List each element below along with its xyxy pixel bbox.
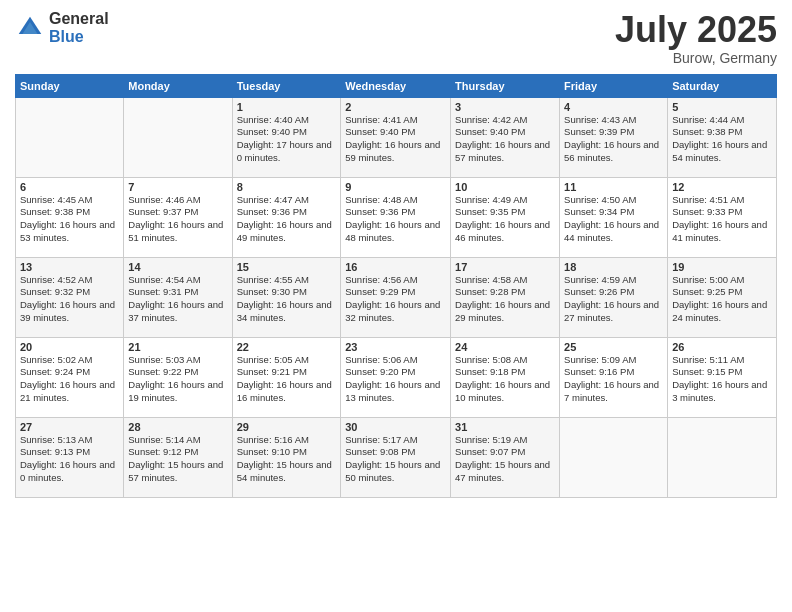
calendar-week-2: 6Sunrise: 4:45 AM Sunset: 9:38 PM Daylig… bbox=[16, 177, 777, 257]
title-block: July 2025 Burow, Germany bbox=[615, 10, 777, 66]
day-number: 5 bbox=[672, 101, 772, 113]
calendar-cell: 3Sunrise: 4:42 AM Sunset: 9:40 PM Daylig… bbox=[451, 97, 560, 177]
calendar-cell: 30Sunrise: 5:17 AM Sunset: 9:08 PM Dayli… bbox=[341, 417, 451, 497]
weekday-header-saturday: Saturday bbox=[668, 74, 777, 97]
day-info: Sunrise: 4:41 AM Sunset: 9:40 PM Dayligh… bbox=[345, 114, 446, 165]
weekday-header-friday: Friday bbox=[560, 74, 668, 97]
calendar-cell: 10Sunrise: 4:49 AM Sunset: 9:35 PM Dayli… bbox=[451, 177, 560, 257]
calendar-cell: 23Sunrise: 5:06 AM Sunset: 9:20 PM Dayli… bbox=[341, 337, 451, 417]
day-info: Sunrise: 4:48 AM Sunset: 9:36 PM Dayligh… bbox=[345, 194, 446, 245]
calendar-cell: 2Sunrise: 4:41 AM Sunset: 9:40 PM Daylig… bbox=[341, 97, 451, 177]
calendar-cell: 19Sunrise: 5:00 AM Sunset: 9:25 PM Dayli… bbox=[668, 257, 777, 337]
day-number: 19 bbox=[672, 261, 772, 273]
day-info: Sunrise: 4:46 AM Sunset: 9:37 PM Dayligh… bbox=[128, 194, 227, 245]
day-info: Sunrise: 5:13 AM Sunset: 9:13 PM Dayligh… bbox=[20, 434, 119, 485]
day-info: Sunrise: 4:50 AM Sunset: 9:34 PM Dayligh… bbox=[564, 194, 663, 245]
calendar-cell: 22Sunrise: 5:05 AM Sunset: 9:21 PM Dayli… bbox=[232, 337, 341, 417]
day-number: 16 bbox=[345, 261, 446, 273]
calendar-location: Burow, Germany bbox=[615, 50, 777, 66]
calendar-cell: 24Sunrise: 5:08 AM Sunset: 9:18 PM Dayli… bbox=[451, 337, 560, 417]
calendar-cell: 1Sunrise: 4:40 AM Sunset: 9:40 PM Daylig… bbox=[232, 97, 341, 177]
calendar-cell: 17Sunrise: 4:58 AM Sunset: 9:28 PM Dayli… bbox=[451, 257, 560, 337]
calendar-cell: 29Sunrise: 5:16 AM Sunset: 9:10 PM Dayli… bbox=[232, 417, 341, 497]
calendar-cell bbox=[668, 417, 777, 497]
calendar-cell bbox=[16, 97, 124, 177]
day-number: 17 bbox=[455, 261, 555, 273]
calendar-cell: 20Sunrise: 5:02 AM Sunset: 9:24 PM Dayli… bbox=[16, 337, 124, 417]
day-number: 20 bbox=[20, 341, 119, 353]
day-number: 14 bbox=[128, 261, 227, 273]
calendar-cell: 31Sunrise: 5:19 AM Sunset: 9:07 PM Dayli… bbox=[451, 417, 560, 497]
day-number: 10 bbox=[455, 181, 555, 193]
day-info: Sunrise: 4:54 AM Sunset: 9:31 PM Dayligh… bbox=[128, 274, 227, 325]
weekday-header-wednesday: Wednesday bbox=[341, 74, 451, 97]
calendar-header: SundayMondayTuesdayWednesdayThursdayFrid… bbox=[16, 74, 777, 97]
day-number: 29 bbox=[237, 421, 337, 433]
calendar-cell: 14Sunrise: 4:54 AM Sunset: 9:31 PM Dayli… bbox=[124, 257, 232, 337]
day-number: 4 bbox=[564, 101, 663, 113]
calendar-cell: 4Sunrise: 4:43 AM Sunset: 9:39 PM Daylig… bbox=[560, 97, 668, 177]
day-number: 31 bbox=[455, 421, 555, 433]
day-number: 2 bbox=[345, 101, 446, 113]
day-number: 11 bbox=[564, 181, 663, 193]
day-number: 12 bbox=[672, 181, 772, 193]
calendar-cell: 18Sunrise: 4:59 AM Sunset: 9:26 PM Dayli… bbox=[560, 257, 668, 337]
day-info: Sunrise: 4:47 AM Sunset: 9:36 PM Dayligh… bbox=[237, 194, 337, 245]
weekday-header-sunday: Sunday bbox=[16, 74, 124, 97]
day-info: Sunrise: 4:40 AM Sunset: 9:40 PM Dayligh… bbox=[237, 114, 337, 165]
day-number: 26 bbox=[672, 341, 772, 353]
calendar-body: 1Sunrise: 4:40 AM Sunset: 9:40 PM Daylig… bbox=[16, 97, 777, 497]
day-info: Sunrise: 4:44 AM Sunset: 9:38 PM Dayligh… bbox=[672, 114, 772, 165]
day-number: 22 bbox=[237, 341, 337, 353]
logo-general-text: General bbox=[49, 10, 109, 28]
calendar-cell: 28Sunrise: 5:14 AM Sunset: 9:12 PM Dayli… bbox=[124, 417, 232, 497]
day-info: Sunrise: 4:45 AM Sunset: 9:38 PM Dayligh… bbox=[20, 194, 119, 245]
day-number: 15 bbox=[237, 261, 337, 273]
calendar-cell: 12Sunrise: 4:51 AM Sunset: 9:33 PM Dayli… bbox=[668, 177, 777, 257]
logo-icon bbox=[15, 13, 45, 43]
day-info: Sunrise: 5:16 AM Sunset: 9:10 PM Dayligh… bbox=[237, 434, 337, 485]
calendar-week-3: 13Sunrise: 4:52 AM Sunset: 9:32 PM Dayli… bbox=[16, 257, 777, 337]
day-info: Sunrise: 4:52 AM Sunset: 9:32 PM Dayligh… bbox=[20, 274, 119, 325]
day-number: 23 bbox=[345, 341, 446, 353]
calendar-cell: 8Sunrise: 4:47 AM Sunset: 9:36 PM Daylig… bbox=[232, 177, 341, 257]
day-info: Sunrise: 5:17 AM Sunset: 9:08 PM Dayligh… bbox=[345, 434, 446, 485]
day-info: Sunrise: 5:00 AM Sunset: 9:25 PM Dayligh… bbox=[672, 274, 772, 325]
day-number: 6 bbox=[20, 181, 119, 193]
calendar-cell bbox=[560, 417, 668, 497]
day-info: Sunrise: 5:05 AM Sunset: 9:21 PM Dayligh… bbox=[237, 354, 337, 405]
calendar-week-5: 27Sunrise: 5:13 AM Sunset: 9:13 PM Dayli… bbox=[16, 417, 777, 497]
day-number: 25 bbox=[564, 341, 663, 353]
weekday-header-tuesday: Tuesday bbox=[232, 74, 341, 97]
day-number: 7 bbox=[128, 181, 227, 193]
day-info: Sunrise: 5:14 AM Sunset: 9:12 PM Dayligh… bbox=[128, 434, 227, 485]
calendar-cell: 25Sunrise: 5:09 AM Sunset: 9:16 PM Dayli… bbox=[560, 337, 668, 417]
day-number: 13 bbox=[20, 261, 119, 273]
day-info: Sunrise: 4:43 AM Sunset: 9:39 PM Dayligh… bbox=[564, 114, 663, 165]
calendar-cell: 5Sunrise: 4:44 AM Sunset: 9:38 PM Daylig… bbox=[668, 97, 777, 177]
day-number: 24 bbox=[455, 341, 555, 353]
day-info: Sunrise: 5:19 AM Sunset: 9:07 PM Dayligh… bbox=[455, 434, 555, 485]
calendar-cell: 15Sunrise: 4:55 AM Sunset: 9:30 PM Dayli… bbox=[232, 257, 341, 337]
day-number: 8 bbox=[237, 181, 337, 193]
day-info: Sunrise: 4:42 AM Sunset: 9:40 PM Dayligh… bbox=[455, 114, 555, 165]
day-info: Sunrise: 4:55 AM Sunset: 9:30 PM Dayligh… bbox=[237, 274, 337, 325]
day-number: 9 bbox=[345, 181, 446, 193]
day-info: Sunrise: 5:06 AM Sunset: 9:20 PM Dayligh… bbox=[345, 354, 446, 405]
calendar-cell: 11Sunrise: 4:50 AM Sunset: 9:34 PM Dayli… bbox=[560, 177, 668, 257]
calendar-week-1: 1Sunrise: 4:40 AM Sunset: 9:40 PM Daylig… bbox=[16, 97, 777, 177]
day-info: Sunrise: 5:09 AM Sunset: 9:16 PM Dayligh… bbox=[564, 354, 663, 405]
calendar-cell: 9Sunrise: 4:48 AM Sunset: 9:36 PM Daylig… bbox=[341, 177, 451, 257]
logo: General Blue bbox=[15, 10, 109, 45]
day-info: Sunrise: 5:08 AM Sunset: 9:18 PM Dayligh… bbox=[455, 354, 555, 405]
calendar-title: July 2025 bbox=[615, 10, 777, 50]
day-info: Sunrise: 4:49 AM Sunset: 9:35 PM Dayligh… bbox=[455, 194, 555, 245]
calendar-cell: 27Sunrise: 5:13 AM Sunset: 9:13 PM Dayli… bbox=[16, 417, 124, 497]
day-info: Sunrise: 4:51 AM Sunset: 9:33 PM Dayligh… bbox=[672, 194, 772, 245]
day-number: 21 bbox=[128, 341, 227, 353]
calendar-cell bbox=[124, 97, 232, 177]
day-number: 18 bbox=[564, 261, 663, 273]
calendar-cell: 13Sunrise: 4:52 AM Sunset: 9:32 PM Dayli… bbox=[16, 257, 124, 337]
day-info: Sunrise: 4:59 AM Sunset: 9:26 PM Dayligh… bbox=[564, 274, 663, 325]
calendar-cell: 21Sunrise: 5:03 AM Sunset: 9:22 PM Dayli… bbox=[124, 337, 232, 417]
